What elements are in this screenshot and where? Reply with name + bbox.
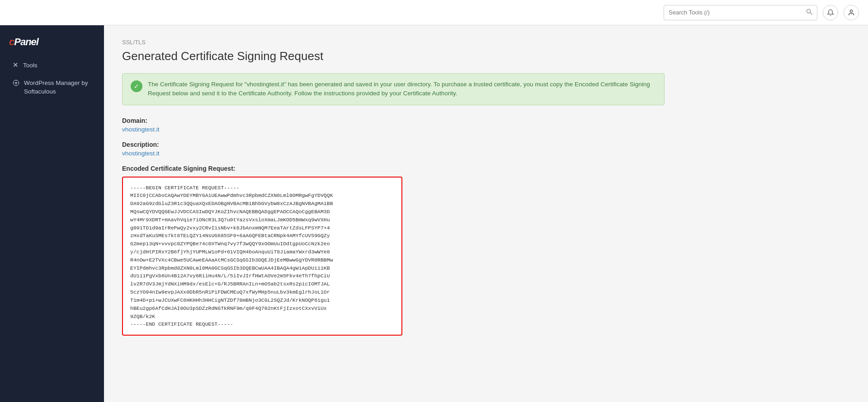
sidebar-item-tools[interactable]: ✕ Tools	[4, 56, 100, 74]
domain-value[interactable]: vhostingtest.it	[122, 126, 850, 133]
svg-point-4	[15, 82, 17, 84]
sidebar-logo: cPanel	[0, 30, 104, 56]
tools-icon: ✕	[13, 61, 19, 69]
description-value[interactable]: vhostingtest.it	[122, 150, 850, 157]
topbar	[0, 0, 868, 25]
search-input[interactable]	[669, 9, 806, 16]
sidebar-item-tools-label: Tools	[23, 62, 38, 69]
sidebar-item-wp-label: WordPress Manager by Softaculous	[24, 79, 91, 96]
svg-line-1	[810, 13, 812, 14]
main-content: SSL/TLS Generated Certificate Signing Re…	[104, 25, 868, 402]
page-title: Generated Certificate Signing Request	[122, 49, 850, 63]
layout: cPanel ✕ Tools WordPress Manager by Soft…	[0, 25, 868, 402]
search-bar[interactable]	[664, 5, 817, 20]
sidebar: cPanel ✕ Tools WordPress Manager by Soft…	[0, 25, 104, 402]
cert-content[interactable]: -----BEGIN CERTIFICATE REQUEST----- MIIC…	[122, 177, 402, 336]
success-box: ✓ The Certificate Signing Request for "v…	[122, 73, 665, 105]
notifications-button[interactable]	[823, 5, 838, 20]
search-icon	[806, 9, 812, 16]
wordpress-icon	[13, 79, 19, 88]
description-field: Description: vhostingtest.it	[122, 141, 850, 157]
cert-label: Encoded Certificate Signing Request:	[122, 165, 850, 172]
cert-section: Encoded Certificate Signing Request: ---…	[122, 165, 850, 336]
svg-point-2	[850, 10, 852, 12]
breadcrumb: SSL/TLS	[122, 39, 850, 46]
success-icon: ✓	[131, 80, 142, 92]
success-message: The Certificate Signing Request for "vho…	[148, 80, 656, 98]
user-menu-button[interactable]	[844, 5, 859, 20]
description-label: Description:	[122, 141, 850, 148]
domain-field: Domain: vhostingtest.it	[122, 117, 850, 133]
sidebar-item-wordpress[interactable]: WordPress Manager by Softaculous	[4, 75, 100, 101]
domain-label: Domain:	[122, 117, 850, 124]
svg-point-0	[807, 9, 810, 13]
